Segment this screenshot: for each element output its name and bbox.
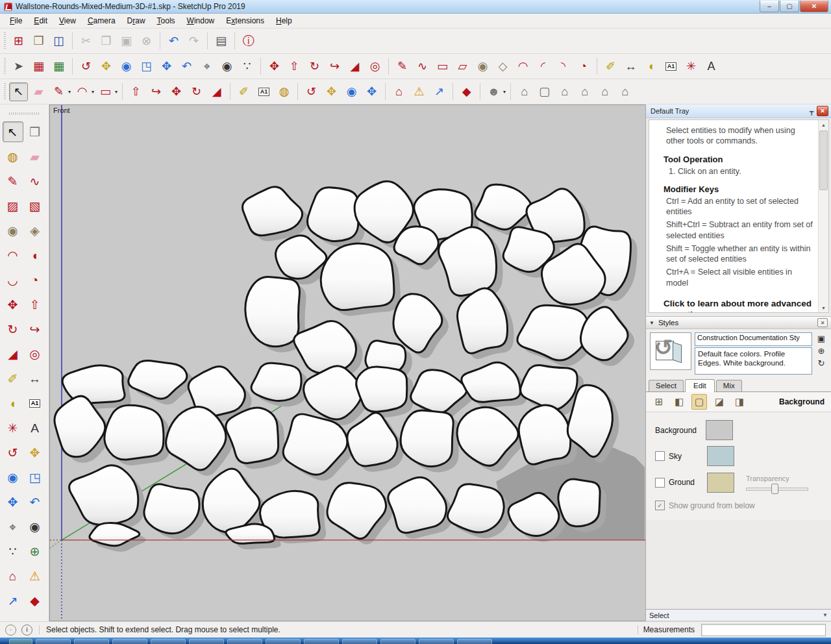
taskbar-app-button[interactable]: [189, 639, 224, 644]
make-component-tool[interactable]: ❒: [25, 121, 45, 142]
undo-button[interactable]: ↶: [164, 32, 183, 51]
protractor-tool[interactable]: ◖: [641, 57, 660, 76]
offset-tool[interactable]: ◎: [25, 343, 45, 364]
taskbar-app-button[interactable]: [419, 639, 454, 644]
menu-edit[interactable]: Edit: [28, 15, 53, 27]
menu-camera[interactable]: Camera: [82, 15, 121, 27]
model-viewport[interactable]: Front: [49, 105, 645, 621]
rectangle-tool[interactable]: ▨: [3, 195, 23, 216]
taskbar-app-button[interactable]: [457, 639, 492, 644]
orbit-tool[interactable]: ↺: [302, 82, 321, 101]
dimension-tool[interactable]: ↔: [25, 368, 45, 389]
circle-tool[interactable]: ◉: [473, 57, 492, 76]
three-d-text-tool[interactable]: A: [25, 417, 45, 438]
extension-manager-button[interactable]: ◆: [457, 82, 476, 101]
look-around-tool[interactable]: ◉: [25, 516, 45, 537]
model-info-button[interactable]: ⓘ: [239, 32, 258, 51]
show-ground-checkbox[interactable]: ✓: [655, 501, 665, 510]
push-pull-tool[interactable]: ⇧: [25, 294, 45, 315]
style-name-field[interactable]: Construction Documentation Sty: [695, 332, 812, 346]
collapse-arrow-icon[interactable]: ▼: [649, 320, 654, 326]
3d-warehouse-button[interactable]: ⌂: [390, 82, 408, 101]
watermark-settings-icon[interactable]: ◪: [712, 394, 727, 410]
orbit-tool[interactable]: ↺: [77, 57, 95, 76]
text-tool[interactable]: A1: [254, 82, 273, 101]
polygon-tool[interactable]: ◇: [493, 57, 512, 76]
sky-checkbox[interactable]: [655, 451, 665, 461]
rotated-rectangle-tool[interactable]: ▱: [453, 57, 472, 76]
zoom-tool[interactable]: ◉: [117, 57, 136, 76]
line-tool[interactable]: ✎: [49, 82, 68, 101]
text-tool[interactable]: A1: [662, 57, 680, 76]
section-plane-tool[interactable]: ⊕: [25, 541, 45, 562]
restore-button[interactable]: ▢: [780, 1, 799, 12]
wallstone-tool-a[interactable]: ▦: [29, 57, 48, 76]
position-camera-tool[interactable]: ⌖: [3, 516, 23, 537]
zoom-tool[interactable]: ◉: [342, 82, 361, 101]
position-camera-tool[interactable]: ⌖: [197, 57, 216, 76]
taskbar-app-button[interactable]: [227, 639, 262, 644]
arc-tool[interactable]: ◠: [514, 57, 532, 76]
line-tool-dropdown[interactable]: ▾: [68, 89, 71, 95]
two-point-arc-tool[interactable]: ◖: [25, 245, 45, 266]
scale-tool[interactable]: ◢: [345, 57, 364, 76]
wallstone-tool-b[interactable]: ▦: [49, 57, 68, 76]
line-tool[interactable]: ✎: [393, 57, 412, 76]
edge-settings-icon[interactable]: ⊞: [651, 394, 667, 410]
zoom-tool[interactable]: ◉: [3, 467, 23, 488]
menu-help[interactable]: Help: [270, 15, 298, 27]
create-style-icon[interactable]: ⊕: [818, 345, 825, 357]
select-panel-bar[interactable]: Select ▼: [646, 609, 831, 621]
follow-me-tool[interactable]: ↪: [325, 57, 344, 76]
rotate-tool[interactable]: ↻: [305, 57, 324, 76]
measurements-field[interactable]: [701, 624, 826, 636]
freehand-tool[interactable]: ∿: [25, 171, 45, 192]
rectangle-tool[interactable]: ▭: [433, 57, 452, 76]
taskbar-app-button[interactable]: [74, 639, 109, 644]
tape-measure-tool[interactable]: ✐: [601, 57, 620, 76]
styles-panel-header[interactable]: ▼ Styles ✕: [646, 316, 831, 329]
protractor-tool[interactable]: ◖: [3, 393, 23, 414]
orbit-tool[interactable]: ↺: [3, 442, 23, 463]
paint-bucket-tool[interactable]: ◍: [275, 82, 293, 101]
rotated-rectangle-tool[interactable]: ▧: [25, 195, 45, 216]
text-tool[interactable]: A1: [25, 393, 45, 414]
model-canvas[interactable]: [50, 105, 645, 621]
tape-measure-tool[interactable]: ✐: [3, 368, 23, 389]
follow-me-tool[interactable]: ↪: [25, 319, 45, 340]
transparency-slider[interactable]: [746, 484, 808, 493]
view-iso-button[interactable]: ⌂: [515, 82, 534, 101]
share-model-button[interactable]: ↗: [3, 590, 23, 611]
rotate-tool[interactable]: ↻: [3, 319, 23, 340]
move-tool[interactable]: ✥: [265, 57, 284, 76]
pan-tool[interactable]: ✥: [322, 82, 341, 101]
walk-tool[interactable]: ∵: [238, 57, 256, 76]
rotate-tool[interactable]: ↻: [187, 82, 206, 101]
tab-edit[interactable]: Edit: [685, 379, 715, 392]
taskbar-app-button[interactable]: [380, 639, 416, 644]
taskbar-app-button[interactable]: [151, 639, 186, 644]
cut-button[interactable]: ✂: [77, 32, 95, 51]
close-button[interactable]: ✕: [800, 1, 828, 12]
instructor-link[interactable]: Click to learn about more advanced opera…: [664, 299, 813, 313]
look-around-tool[interactable]: ◉: [217, 57, 236, 76]
style-thumbnail[interactable]: ↺: [650, 332, 691, 370]
print-button[interactable]: ▤: [212, 32, 230, 51]
menu-draw[interactable]: Draw: [121, 15, 151, 27]
background-swatch[interactable]: [706, 420, 733, 440]
arc-tool[interactable]: ◠: [3, 245, 23, 266]
scroll-down-icon[interactable]: ▼: [821, 303, 826, 312]
background-settings-icon[interactable]: ▢: [691, 394, 707, 410]
zoom-window-tool[interactable]: ◳: [137, 57, 156, 76]
copy-button[interactable]: ❐: [97, 32, 116, 51]
geolocation-status-icon[interactable]: ◦: [5, 625, 16, 636]
shapes-tool-dropdown[interactable]: ▾: [115, 89, 118, 95]
taskbar-app-button[interactable]: [9, 639, 32, 644]
menu-extensions[interactable]: Extensions: [220, 15, 270, 27]
secondary-pane-icon[interactable]: ▣: [817, 332, 825, 345]
view-back-button[interactable]: ⌂: [575, 82, 594, 101]
zoom-extents-tool[interactable]: ✥: [362, 82, 381, 101]
extension-warehouse-button[interactable]: ⚠: [25, 565, 45, 586]
move-tool[interactable]: ✥: [167, 82, 186, 101]
select-tool[interactable]: ↖: [9, 82, 28, 101]
